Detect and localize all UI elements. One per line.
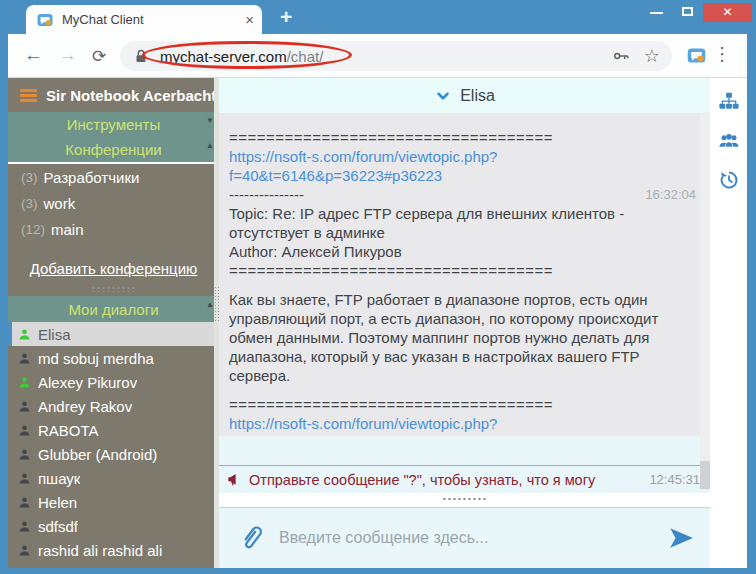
user-offline-icon	[18, 496, 31, 509]
blank-line	[229, 385, 690, 395]
url-text[interactable]: mychat-server.com/chat/	[160, 48, 612, 65]
contact-item[interactable]: rashid ali rashid ali	[8, 538, 219, 562]
url-host: mychat-server.com	[160, 48, 287, 65]
browser-tab[interactable]: MyChat Client ×	[26, 5, 262, 34]
announcement-text: Отправьте сообщение "?", чтобы узнать, ч…	[249, 472, 641, 488]
conference-count: (3)	[21, 196, 38, 211]
contact-item[interactable]: Andrey Rakov	[8, 394, 219, 418]
back-button[interactable]: ←	[24, 44, 43, 66]
chat-panel: Elisa ==================================…	[219, 78, 710, 568]
url-path: /chat/	[287, 48, 324, 65]
browser-window: MyChat Client × + ✕ ← → ⟳ mychat-server.…	[0, 0, 756, 574]
reload-button[interactable]: ⟳	[92, 46, 106, 67]
conference-count: (3)	[21, 170, 38, 185]
conference-name: work	[44, 195, 76, 212]
conference-item[interactable]: (3) work	[8, 190, 219, 216]
message-author: Author: Алексей Пикуров	[229, 242, 690, 261]
collapse-up-icon[interactable]: ▲	[206, 141, 214, 150]
conference-name: main	[51, 221, 84, 238]
sidebar-section-conferences[interactable]: Конференции ▲	[8, 137, 219, 162]
collapse-up-icon[interactable]: ▲	[206, 300, 214, 309]
bot-announcement: Отправьте сообщение "?", чтобы узнать, ч…	[219, 465, 710, 493]
address-bar[interactable]: mychat-server.com/chat/ ☆	[120, 41, 672, 71]
user-offline-icon	[18, 424, 31, 437]
blank-line	[229, 280, 690, 290]
user-offline-icon	[18, 472, 31, 485]
mychat-extension-icon[interactable]	[686, 45, 707, 66]
contact-item[interactable]: Glubber (Android)	[8, 442, 219, 466]
sidebar-splitter-handle[interactable]	[91, 286, 137, 292]
message-compose-area	[219, 507, 710, 568]
forum-link-top[interactable]: https://nsoft-s.com/forum/viewtopic.php?…	[229, 147, 531, 185]
attach-paperclip-icon[interactable]	[233, 521, 267, 555]
message-topic: Topic: Re: IP адрес FTP сервера для внеш…	[229, 204, 690, 242]
add-conference-link[interactable]: Добавить конференцию	[8, 257, 219, 281]
sidebar-header: Sir Notebook Acerbacht	[8, 78, 219, 112]
message-separator: ===================================	[229, 261, 690, 280]
message-separator: ===================================	[229, 128, 690, 147]
megaphone-icon	[227, 472, 243, 488]
input-splitter[interactable]	[219, 493, 710, 507]
menu-hamburger-icon[interactable]	[20, 89, 37, 102]
right-toolbar	[710, 78, 747, 568]
message-dashes: --------------- 16:32:04	[229, 185, 690, 204]
user-online-icon	[18, 328, 31, 341]
sidebar-section-tools[interactable]: Инструменты ▼	[8, 112, 219, 137]
message-history[interactable]: =================================== http…	[219, 114, 710, 436]
new-tab-button[interactable]: +	[280, 5, 292, 29]
bookmark-star-icon[interactable]: ☆	[644, 45, 660, 67]
browser-menu-icon[interactable]: ⋮	[713, 43, 731, 65]
user-offline-icon	[18, 520, 31, 533]
conference-item[interactable]: (12) main	[8, 216, 219, 242]
current-user-name: Sir Notebook Acerbacht	[46, 87, 216, 104]
user-offline-icon	[18, 352, 31, 365]
tab-close-icon[interactable]: ×	[245, 12, 254, 27]
chevron-down-icon[interactable]	[434, 87, 452, 105]
message-separator: ===================================	[229, 395, 690, 414]
chat-scrollbar[interactable]	[700, 114, 710, 491]
contact-item-selected[interactable]: Elisa	[8, 322, 219, 346]
forward-button: →	[58, 44, 77, 66]
collapse-down-icon[interactable]: ▼	[206, 116, 214, 125]
contacts-group-icon[interactable]	[719, 131, 739, 151]
message-body: Как вы знаете, FTP работает в диапазоне …	[229, 290, 690, 385]
user-online-icon	[18, 376, 31, 389]
contact-item[interactable]: sdfsdf	[8, 514, 219, 538]
send-icon[interactable]	[668, 525, 694, 551]
splitter-handle[interactable]	[442, 497, 488, 502]
new-message-highlight	[219, 436, 710, 465]
navigation-bar: ← → ⟳ mychat-server.com/chat/ ☆ ⋮	[8, 34, 747, 78]
user-offline-icon	[18, 400, 31, 413]
sidebar-section-dialogs[interactable]: Мои диалоги ▲	[8, 296, 219, 322]
maximize-button[interactable]	[682, 7, 693, 16]
contact-item[interactable]: пшаук	[8, 466, 219, 490]
contact-item[interactable]: Alexey Pikurov	[8, 370, 219, 394]
message-timestamp: 16:32:04	[645, 185, 696, 204]
password-key-icon[interactable]	[612, 47, 630, 65]
user-offline-icon	[18, 448, 31, 461]
conference-count: (12)	[21, 222, 45, 237]
conference-name: Разработчики	[44, 169, 140, 186]
contact-item[interactable]: md sobuj merdha	[8, 346, 219, 370]
tab-title: MyChat Client	[62, 12, 245, 27]
title-bar: MyChat Client × + ✕	[8, 0, 747, 34]
forum-link-bottom[interactable]: https://nsoft-s.com/forum/viewtopic.php?…	[229, 414, 531, 436]
contact-item[interactable]: Helen	[8, 490, 219, 514]
minimize-button[interactable]	[650, 12, 663, 14]
contact-item[interactable]: RABOTA	[8, 418, 219, 442]
chat-scrollbar-thumb[interactable]	[700, 461, 710, 489]
sidebar: Sir Notebook Acerbacht Инструменты ▼ Кон…	[8, 78, 219, 568]
lock-icon	[132, 47, 150, 65]
conference-tree-icon[interactable]	[719, 92, 739, 112]
window-close-button[interactable]: ✕	[703, 3, 752, 22]
history-icon[interactable]	[719, 170, 739, 190]
chat-peer-name: Elisa	[460, 87, 495, 105]
page-content: Sir Notebook Acerbacht Инструменты ▼ Кон…	[8, 78, 747, 568]
user-offline-icon	[18, 544, 31, 557]
announcement-timestamp: 12:45:31	[649, 472, 700, 487]
chat-header[interactable]: Elisa	[219, 78, 710, 114]
message-input[interactable]	[279, 529, 654, 547]
conference-item[interactable]: (3) Разработчики	[8, 164, 219, 190]
mychat-favicon-icon	[36, 11, 54, 29]
